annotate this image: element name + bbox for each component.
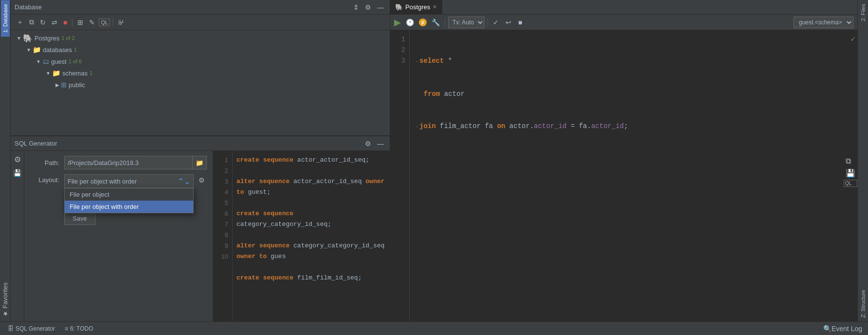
sql-line-5: create sequence category_category_id_seq… <box>236 208 386 230</box>
tx-select[interactable]: Tx: Auto <box>448 17 485 28</box>
sql-line-9: create sequence film_film_id_seq; <box>236 273 386 283</box>
tree-item-postgres[interactable]: ▼ 🐘 Postgres 1 of 2 <box>11 32 390 44</box>
database-panel: Database ⇕ ⚙ — ＋ ⧉ ↻ ⇄ ■ ⊞ ✎ QL ⊮ <box>11 0 390 136</box>
line-num-10: 10 <box>213 251 228 262</box>
tab-postgres-close[interactable]: ✕ <box>433 4 437 10</box>
left-sidebar-tabs: 1: Database ★ Favorites <box>0 0 11 321</box>
schemas-folder-icon: 📁 <box>52 69 60 77</box>
layout-settings-button[interactable]: ⚙ <box>197 175 207 185</box>
sql-generator-body: ⚙ 💾 Path: 📁 Layout: <box>11 151 390 321</box>
tab-pg-icon: 🐘 <box>395 3 403 11</box>
path-row: Path: 📁 <box>30 156 207 169</box>
right-sidebar-tabs: 2: Files Z: Structure <box>857 0 868 321</box>
editor-line-2: from actor <box>416 89 843 99</box>
toolbar-sep-2 <box>488 18 488 27</box>
bottom-tab-todo[interactable]: ≡ 6: TODO <box>61 324 97 333</box>
filter-button[interactable]: ⊮ <box>116 18 126 27</box>
layout-select-text: File per object with order <box>68 178 178 185</box>
editor-tabs: 🐘 Postgres ✕ <box>390 0 857 15</box>
tree-item-schemas[interactable]: ▼ 📁 schemas 1 <box>11 67 390 79</box>
bottom-right-area: 🔍 Event Log <box>821 324 864 334</box>
guest-folder-icon: 🗂 <box>42 57 49 65</box>
editor-tab-postgres[interactable]: 🐘 Postgres ✕ <box>390 0 442 14</box>
tree-label-databases: databases <box>43 46 72 54</box>
edit-button[interactable]: ✎ <box>87 18 97 27</box>
undo-button[interactable]: ↩ <box>504 18 513 27</box>
tree-item-guest[interactable]: ▼ 🗂 guest 1 of 6 <box>11 56 390 67</box>
path-input[interactable] <box>64 156 193 169</box>
sql-gen-gear-button[interactable]: ⚙ <box>12 154 23 165</box>
line-num-8: 8 <box>213 230 228 241</box>
layout-row: Layout: File per object with order ⌃⌄ Fi… <box>30 174 207 188</box>
code-editor[interactable]: 1 2 3 –select * from actor –join film_ac… <box>390 30 857 321</box>
sql-gen-minimize-button[interactable]: — <box>375 139 386 149</box>
settings-button[interactable]: ⚙ <box>363 2 373 12</box>
schema-select[interactable]: guest.<schema> <box>794 17 853 28</box>
user-avatar: p <box>419 19 427 26</box>
bottom-tab-sql-generator[interactable]: 🗄 SQL Generator <box>4 324 59 333</box>
check-button[interactable]: ✓ <box>491 18 501 27</box>
tree-arrow-postgres[interactable]: ▼ <box>17 36 21 41</box>
tree-arrow-guest[interactable]: ▼ <box>36 59 41 64</box>
editor-ln-2: 2 <box>390 45 405 56</box>
editor-code-content[interactable]: –select * from actor –join film_actor fa… <box>410 30 849 321</box>
grid-button[interactable]: ⊞ <box>75 18 85 27</box>
collapse-all-button[interactable]: ⇕ <box>351 2 361 12</box>
sql-line-1: create sequence actor_actor_id_seq; <box>236 155 386 166</box>
sql-generator-header: SQL Generator ⚙ — <box>11 136 390 151</box>
tab-postgres-label: Postgres <box>405 3 430 11</box>
sidebar-item-database[interactable]: 1: Database <box>1 0 10 37</box>
database-header-controls: ⇕ ⚙ — <box>351 2 386 12</box>
sidebar-item-files[interactable]: 2: Files <box>859 0 868 25</box>
search-icon: 🔍 <box>823 325 832 333</box>
layout-option-file-per-object-with-order[interactable]: File per object with order <box>65 201 193 213</box>
path-browse-button[interactable]: 📁 <box>193 156 207 169</box>
postgres-icon: 🐘 <box>23 34 33 43</box>
stop-exec-button[interactable]: ■ <box>516 18 524 27</box>
ql-button[interactable]: QL <box>99 19 110 26</box>
minimize-button[interactable]: — <box>375 2 386 12</box>
editor-line-3: –join film_actor fa on actor.actor_id = … <box>416 121 843 132</box>
history-button[interactable]: 🕐 <box>404 18 416 27</box>
right-panel: 🐘 Postgres ✕ ▶ 🕐 p 🔧 Tx: Auto ✓ ↩ ■ gues… <box>390 0 857 321</box>
layout-label: Layout: <box>30 176 59 184</box>
sql-gen-save-icon-button[interactable]: 💾 <box>11 168 23 178</box>
tree-label-public: public <box>69 81 85 89</box>
tree-item-databases[interactable]: ▼ 📁 databases 1 <box>11 44 390 56</box>
database-panel-title: Database <box>15 3 42 11</box>
tree-arrow-schemas[interactable]: ▼ <box>46 71 51 76</box>
refresh-button[interactable]: ↻ <box>38 18 48 27</box>
tree-arrow-public[interactable]: ▶ <box>55 82 59 88</box>
todo-icon: ≡ <box>65 325 68 332</box>
sql-gen-settings-button[interactable]: ⚙ <box>363 139 373 149</box>
sql-output-code[interactable]: create sequence actor_actor_id_seq; alte… <box>233 151 390 321</box>
sql-line-6 <box>236 230 386 241</box>
layout-dropdown-menu: File per object File per object with ord… <box>64 188 194 213</box>
bottom-bar: 🗄 SQL Generator ≡ 6: TODO 🔍 Event Log <box>0 321 868 335</box>
layout-option-file-per-object[interactable]: File per object <box>65 188 193 201</box>
sql-generator-form: Path: 📁 Layout: File per object with ord… <box>24 151 213 321</box>
green-check-icon: ✓ <box>850 35 855 44</box>
stop-button[interactable]: ■ <box>61 18 69 27</box>
sql-generator-title: SQL Generator <box>15 140 57 147</box>
sidebar-item-structure[interactable]: Z: Structure <box>859 286 868 321</box>
tree-item-public[interactable]: ▶ ⊞ public <box>11 79 390 91</box>
tree-arrow-databases[interactable]: ▼ <box>26 47 31 53</box>
sidebar-favorites[interactable]: ★ Favorites <box>1 282 9 317</box>
editor-line-numbers: 1 2 3 <box>390 30 410 321</box>
wrench-button[interactable]: 🔧 <box>430 18 442 27</box>
sync-button[interactable]: ⇄ <box>50 18 59 27</box>
toolbar-separator-1 <box>72 19 72 26</box>
sql-gen-icon: 🗄 <box>8 325 14 332</box>
add-datasource-button[interactable]: ＋ <box>15 17 25 28</box>
tree-label-guest: guest <box>51 58 67 65</box>
tree-label-schemas: schemas <box>62 70 88 77</box>
run-button[interactable]: ▶ <box>394 17 401 28</box>
copy-button[interactable]: ⧉ <box>27 17 36 27</box>
layout-select[interactable]: File per object with order ⌃⌄ <box>64 174 194 188</box>
event-log-button[interactable]: 🔍 Event Log <box>821 324 864 334</box>
tree-count-guest: 1 of 6 <box>69 58 82 64</box>
sql-line-3: alter sequence actor_actor_id_seq owner … <box>236 176 386 198</box>
save-button[interactable]: Save <box>64 211 95 225</box>
toolbar-separator-2 <box>113 19 113 26</box>
